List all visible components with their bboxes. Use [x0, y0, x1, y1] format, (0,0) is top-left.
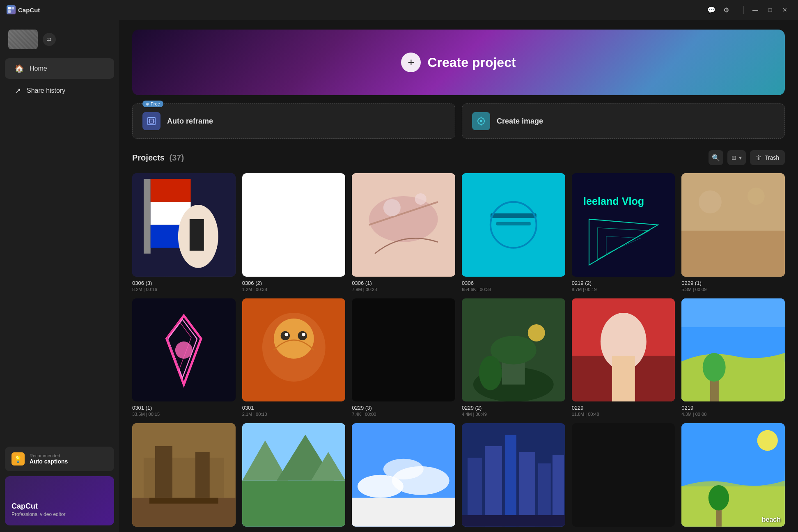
search-button[interactable]: 🔍 [709, 150, 723, 165]
app-logo-icon [7, 5, 16, 14]
settings-icon-button[interactable]: ⚙ [720, 4, 732, 16]
sidebar-item-share-history[interactable]: ↗ Share history [5, 80, 114, 101]
project-thumb [462, 173, 565, 277]
project-name: 0229 [572, 405, 675, 411]
svg-point-34 [748, 188, 765, 205]
svg-point-42 [284, 333, 288, 336]
titlebar: CapCut 💬 ⚙ — □ ✕ [0, 0, 798, 20]
project-thumb [242, 423, 346, 527]
sidebar-bottom: 💡 Recommended Auto captions CapCut Profe… [0, 447, 119, 525]
svg-rect-77 [485, 446, 502, 527]
maximize-button[interactable]: □ [764, 3, 777, 16]
project-thumb [462, 298, 565, 402]
home-label: Home [30, 65, 47, 72]
sidebar-item-home[interactable]: 🏠 Home [5, 58, 114, 79]
close-button[interactable]: ✕ [778, 3, 791, 16]
svg-rect-71 [352, 498, 455, 527]
project-name: 0219 (2) [572, 280, 675, 286]
project-meta: 7.4K | 00:00 [352, 412, 455, 417]
capcut-promo-banner[interactable]: CapCut Professional video editor [5, 476, 114, 525]
share-history-label: Share history [27, 87, 65, 94]
svg-point-18 [369, 196, 438, 242]
svg-point-58 [703, 353, 726, 381]
recommended-card[interactable]: 💡 Recommended Auto captions [5, 447, 114, 471]
auto-captions-label: Auto captions [30, 458, 68, 465]
project-thumb [352, 173, 455, 277]
project-item-0229-2[interactable]: 0229 (2) 4.4M | 00:49 [462, 298, 565, 417]
project-item-city[interactable] [462, 423, 565, 530]
project-meta: 11.8M | 00:48 [572, 412, 675, 417]
profile-switch-button[interactable]: ⇄ [43, 33, 56, 46]
svg-point-74 [383, 459, 424, 479]
svg-point-21 [415, 193, 427, 205]
svg-rect-64 [149, 498, 218, 504]
project-item-0306-1[interactable]: 0306 (1) 7.9M | 00:28 [352, 173, 455, 292]
project-thumb [132, 298, 236, 402]
project-item-0219[interactable]: 0219 4.3M | 00:08 [681, 298, 785, 417]
content-area: + Create project Free Auto reframe Creat… [119, 20, 798, 532]
project-meta: 4.4M | 00:49 [462, 412, 565, 417]
project-thumb [462, 423, 565, 527]
free-badge-label: Free [151, 101, 160, 106]
project-item-sky[interactable] [352, 423, 455, 530]
create-btn-content: + Create project [401, 53, 516, 72]
trash-button[interactable]: 🗑 Trash [750, 150, 785, 165]
project-meta: 8.7M | 00:19 [572, 287, 675, 292]
svg-point-36 [175, 342, 193, 359]
view-toggle-button[interactable]: ⊞ ▾ [727, 150, 746, 165]
titlebar-controls: 💬 ⚙ — □ ✕ [706, 3, 791, 16]
chat-icon-button[interactable]: 💬 [706, 4, 717, 16]
feature-cards: Free Auto reframe Create image [132, 103, 785, 139]
project-name: 0229 (2) [462, 405, 565, 411]
project-thumb [352, 298, 455, 402]
svg-rect-62 [155, 446, 172, 498]
svg-rect-32 [681, 231, 785, 277]
project-item-beach[interactable]: beach [681, 423, 785, 530]
svg-text:leeland Vlog: leeland Vlog [583, 195, 644, 207]
svg-rect-1 [11, 7, 14, 9]
project-item-dark[interactable] [572, 423, 675, 530]
project-item-0229-1[interactable]: 0229 (1) 5.3M | 00:09 [681, 173, 785, 292]
project-item-0301-1[interactable]: 0301 (1) 33.5M | 00:15 [132, 298, 236, 417]
svg-rect-56 [681, 298, 785, 327]
auto-reframe-card[interactable]: Free Auto reframe [132, 103, 455, 139]
projects-grid: 0306 (3) 8.2M | 00:16 0306 (2) 1.2M | 00… [132, 173, 785, 530]
share-icon: ↗ [15, 86, 21, 95]
project-item-0301[interactable]: 0301 2.1M | 00:10 [242, 298, 346, 417]
projects-title: Projects (37) [132, 153, 184, 162]
trash-label: Trash [765, 154, 779, 161]
projects-actions: 🔍 ⊞ ▾ 🗑 Trash [709, 150, 785, 165]
project-thumb [242, 298, 346, 402]
chevron-down-icon: ▾ [739, 154, 742, 161]
project-item-western[interactable] [132, 423, 236, 530]
project-thumb [681, 298, 785, 402]
rec-text: Recommended Auto captions [30, 453, 68, 465]
project-item-0306-2[interactable]: 0306 (2) 1.2M | 00:38 [242, 173, 346, 292]
project-name: 0301 (1) [132, 405, 236, 411]
project-meta: 33.5M | 00:15 [132, 412, 236, 417]
svg-rect-26 [572, 173, 675, 277]
profile-avatar [8, 30, 38, 49]
svg-rect-23 [491, 213, 537, 218]
project-name: 0301 [242, 405, 346, 411]
project-item-0306-3[interactable]: 0306 (3) 8.2M | 00:16 [132, 173, 236, 292]
project-item-0229[interactable]: 0229 11.8M | 00:48 [572, 298, 675, 417]
rec-icon: 💡 [11, 452, 25, 466]
projects-header: Projects (37) 🔍 ⊞ ▾ 🗑 Trash [132, 150, 785, 165]
plus-icon: + [401, 53, 421, 72]
minimize-button[interactable]: — [749, 3, 762, 16]
svg-point-87 [709, 485, 729, 511]
project-thumb [132, 423, 236, 527]
svg-rect-16 [190, 219, 204, 251]
project-meta: 8.2M | 00:16 [132, 287, 236, 292]
project-item-0219-2[interactable]: leeland Vlog 0219 (2) 8.7M | 00:19 [572, 173, 675, 292]
create-project-banner[interactable]: + Create project [132, 30, 785, 95]
promo-title: CapCut [11, 502, 108, 511]
project-thumb: leeland Vlog [572, 173, 675, 277]
project-item-0306[interactable]: 0306 654.6K | 00:38 [462, 173, 565, 292]
titlebar-separator [743, 6, 744, 14]
project-item-mountain[interactable] [242, 423, 346, 530]
create-image-card[interactable]: Create image [462, 103, 785, 139]
promo-subtitle: Professional video editor [11, 511, 108, 517]
project-item-0229-3[interactable]: 0229 (3) 7.4K | 00:00 [352, 298, 455, 417]
